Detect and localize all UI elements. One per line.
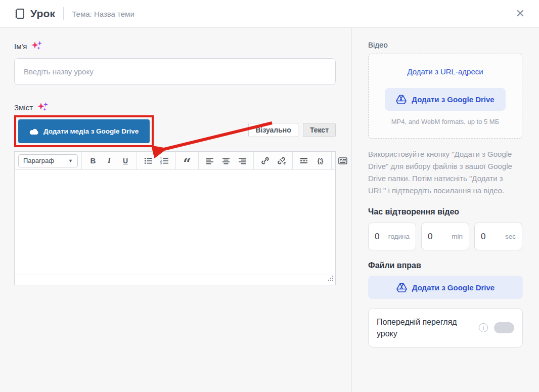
resize-grip-icon[interactable]: [328, 274, 334, 283]
preview-label: Попередній перегляд уроку: [377, 316, 473, 339]
ai-sparkles-icon[interactable]: [37, 102, 49, 113]
editor-text-area[interactable]: [15, 170, 335, 275]
align-center-button[interactable]: [218, 154, 234, 168]
align-left-button[interactable]: [202, 154, 217, 168]
google-drive-icon: [396, 95, 407, 104]
close-icon[interactable]: ✕: [516, 8, 525, 19]
files-add-google-drive-button[interactable]: Додати з Google Drive: [368, 276, 523, 299]
content-field-label-row: Зміст: [14, 102, 336, 113]
insert-link-icon[interactable]: [257, 154, 273, 168]
lesson-form: Ім'я Змі: [0, 28, 351, 392]
lesson-preview-card: Попередній перегляд уроку i: [368, 308, 523, 347]
lesson-book-icon: [14, 8, 25, 20]
more-tag-icon[interactable]: [296, 154, 311, 168]
bulleted-list-button[interactable]: [141, 154, 156, 168]
paragraph-format-dropdown[interactable]: Параграф ▼: [18, 154, 78, 167]
seconds-field[interactable]: 0 sec: [474, 223, 522, 250]
bold-button[interactable]: B: [85, 154, 101, 168]
editor-toolbar: Параграф ▼ B I U: [15, 152, 335, 170]
duration-fields: 0 година 0 min 0 sec: [368, 223, 522, 250]
video-formats-note: MP4, and WebM formats, up to 5 МБ: [391, 118, 499, 125]
content-editor: Параграф ▼ B I U: [14, 151, 336, 285]
name-label: Ім'я: [14, 42, 27, 51]
video-dropzone: Додати з URL-адреси Додати з Google Driv…: [368, 54, 522, 139]
preview-toggle[interactable]: [494, 322, 514, 333]
header-divider: [63, 7, 64, 20]
hours-field[interactable]: 0 година: [368, 223, 416, 250]
minutes-field[interactable]: 0 min: [421, 223, 469, 250]
tab-text[interactable]: Текст: [303, 123, 336, 137]
code-button[interactable]: {;}: [312, 154, 328, 168]
blockquote-button[interactable]: “: [179, 154, 195, 168]
editor-status-bar: [15, 275, 335, 285]
video-add-google-drive-button[interactable]: Додати з Google Drive: [385, 88, 505, 111]
underline-button[interactable]: U: [118, 154, 133, 168]
lesson-settings-sidebar: Відео Додати з URL-адреси Додати з Googl…: [351, 28, 539, 392]
add-from-url-link[interactable]: Додати з URL-адреси: [407, 67, 483, 76]
numbered-list-button[interactable]: 1 2 3: [157, 154, 172, 168]
duration-heading: Час відтворення відео: [368, 207, 522, 216]
italic-button[interactable]: I: [102, 154, 117, 168]
keyboard-shortcuts-icon[interactable]: [335, 154, 350, 168]
video-section-label: Відео: [368, 40, 522, 49]
info-icon[interactable]: i: [479, 323, 488, 332]
svg-text:3: 3: [160, 162, 162, 165]
topic-subtitle: Тема: Назва теми: [72, 10, 134, 18]
unlink-icon[interactable]: [274, 154, 289, 168]
content-label: Зміст: [14, 103, 33, 112]
chevron-down-icon: ▼: [68, 158, 73, 163]
annotation-highlight-box: Додати медіа з Google Drive: [14, 115, 154, 147]
lesson-name-input[interactable]: [14, 58, 336, 85]
tab-visual[interactable]: Візуально: [248, 123, 298, 137]
exercise-files-heading: Файли вправ: [368, 261, 522, 270]
page-title: Урок: [30, 8, 55, 20]
ai-sparkles-icon[interactable]: [31, 40, 43, 52]
video-help-text: Використовуйте кнопку "Додати з Google D…: [368, 148, 522, 197]
cloud-icon: [29, 128, 39, 135]
align-right-button[interactable]: [235, 154, 250, 168]
name-field-label-row: Ім'я: [14, 40, 336, 52]
google-drive-icon: [396, 283, 407, 292]
add-media-from-google-drive-button[interactable]: Додати медіа з Google Drive: [18, 119, 150, 143]
modal-header: Урок Тема: Назва теми ✕: [0, 0, 539, 28]
